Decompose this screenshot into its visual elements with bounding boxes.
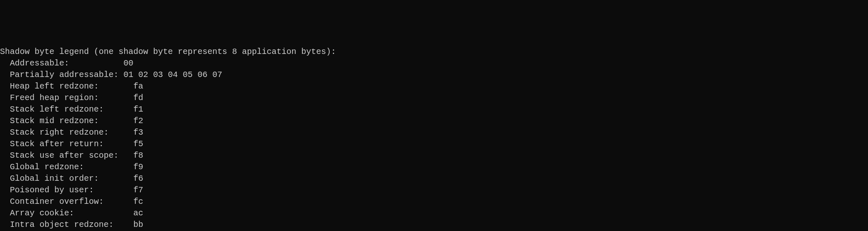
legend-value: f8 [133, 151, 143, 160]
legend-label: Global init order: [0, 174, 133, 183]
legend-label: Stack after return: [0, 139, 133, 149]
legend-entry: Partially addressable: 01 02 03 04 05 06… [0, 70, 222, 79]
legend-label: Partially addressable: [0, 70, 123, 79]
legend-value: fc [133, 197, 143, 206]
legend-value: bb [133, 220, 143, 229]
legend-entry: Freed heap region: fd [0, 93, 143, 103]
legend-entry: Heap left redzone: fa [0, 82, 143, 91]
legend-label: Intra object redzone: [0, 220, 133, 229]
legend-entry: Intra object redzone: bb [0, 220, 143, 229]
legend-value: 01 02 03 04 05 06 07 [123, 70, 222, 79]
legend-entry: Global redzone: f9 [0, 162, 143, 172]
legend-entry: Stack right redzone: f3 [0, 128, 143, 137]
legend-label: Container overflow: [0, 197, 133, 206]
legend-entry: Array cookie: ac [0, 208, 143, 218]
legend-entry: Stack use after scope: f8 [0, 151, 143, 160]
terminal-output: Shadow byte legend (one shadow byte repr… [0, 46, 868, 231]
legend-label: Heap left redzone: [0, 82, 133, 91]
legend-value: f6 [133, 174, 143, 183]
legend-value: f5 [133, 139, 143, 149]
legend-value: fa [133, 82, 143, 91]
legend-value: f9 [133, 162, 143, 172]
legend-entry: Stack after return: f5 [0, 139, 143, 149]
legend-value: 00 [123, 58, 133, 68]
legend-value: f2 [133, 116, 143, 126]
legend-value: fd [133, 93, 143, 103]
legend-label: Stack use after scope: [0, 151, 133, 160]
legend-entry: Poisoned by user: f7 [0, 185, 143, 195]
legend-entry: Stack mid redzone: f2 [0, 116, 143, 126]
legend-label: Stack right redzone: [0, 128, 133, 137]
legend-label: Array cookie: [0, 208, 133, 218]
legend-label: Addressable: [0, 58, 123, 68]
legend-value: f3 [133, 128, 143, 137]
legend-value: f1 [133, 105, 143, 114]
legend-entry: Global init order: f6 [0, 174, 143, 183]
legend-value: ac [133, 208, 143, 218]
legend-label: Stack left redzone: [0, 105, 133, 114]
legend-value: f7 [133, 185, 143, 195]
legend-label: Freed heap region: [0, 93, 133, 103]
legend-entry: Addressable: 00 [0, 58, 133, 68]
legend-label: Global redzone: [0, 162, 133, 172]
legend-entry: Container overflow: fc [0, 197, 143, 206]
legend-label: Stack mid redzone: [0, 116, 133, 126]
legend-label: Poisoned by user: [0, 185, 133, 195]
legend-header: Shadow byte legend (one shadow byte repr… [0, 47, 336, 56]
legend-entry: Stack left redzone: f1 [0, 105, 143, 114]
